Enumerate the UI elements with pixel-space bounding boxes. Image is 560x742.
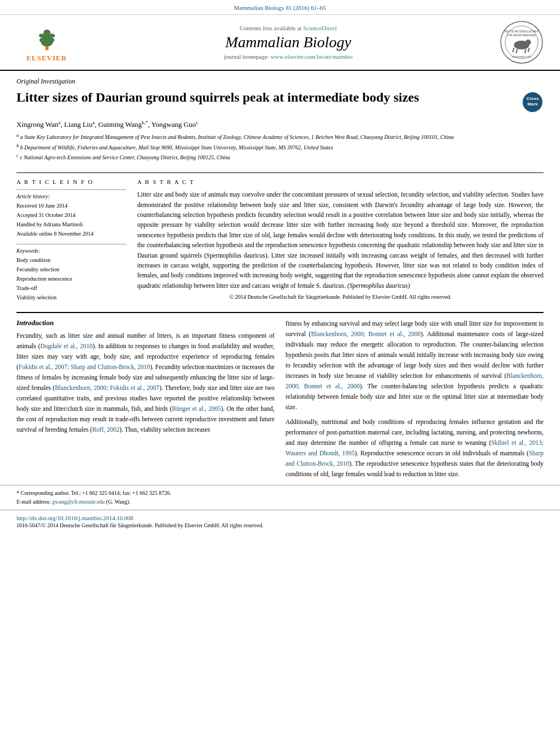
elsevier-brand-text: ELSEVIER <box>26 54 67 63</box>
keyword-4: Trade-off <box>16 283 126 293</box>
abstract-copyright: © 2014 Deutsche Gesellschaft für Säugeti… <box>137 294 544 300</box>
introduction-paragraph-1: Fecundity, such as litter size and annua… <box>16 331 275 435</box>
article-info-heading: A R T I C L E I N F O <box>16 178 126 185</box>
article-type-label: Original Investigation <box>16 77 544 86</box>
article-title: Litter sizes of Daurian ground squirrels… <box>16 89 419 106</box>
gesellschaft-logo-icon: DEUTSCHE GESELLSCHAFT FÜR SÄUGETIERKUNDE… <box>500 20 544 64</box>
abstract-heading: A B S T R A C T <box>137 178 544 185</box>
article-info-column: A R T I C L E I N F O Article history: R… <box>16 178 126 302</box>
svg-line-17 <box>528 48 529 52</box>
journal-title-area: Contents lists available at ScienceDirec… <box>82 25 494 60</box>
keywords-block: Keywords: Body condition Fecundity selec… <box>16 244 126 302</box>
bottom-bar: http://dx.doi.org/10.1016/j.mambio.2014.… <box>0 510 560 532</box>
introduction-heading: Introduction <box>16 319 275 327</box>
svg-line-15 <box>516 49 517 53</box>
affiliations-block: a a State Key Laboratory for Integrated … <box>16 132 544 161</box>
svg-line-14 <box>513 48 514 52</box>
article-history-block: Article history: Received 10 June 2014 A… <box>16 189 126 238</box>
journal-reference-bar: Mammalian Biology 81 (2016) 61–65 <box>0 0 560 15</box>
svg-point-4 <box>39 37 46 42</box>
doi-link[interactable]: http://dx.doi.org/10.1016/j.mambio.2014.… <box>16 515 544 521</box>
svg-text:DEUTSCHE GESELLSCHAFT: DEUTSCHE GESELLSCHAFT <box>505 30 539 33</box>
crossmark-icon[interactable]: Cross Mark <box>522 91 544 113</box>
sciencedirect-notice: Contents lists available at ScienceDirec… <box>82 25 494 31</box>
svg-point-5 <box>47 37 54 42</box>
svg-text:Mark: Mark <box>528 102 538 107</box>
svg-text:GEGRÜNDET 1914: GEGRÜNDET 1914 <box>512 55 531 58</box>
homepage-url-link[interactable]: www.elsevier.com/locate/mambio <box>271 53 353 60</box>
issn-text: 1616-5047/© 2014 Deutsche Gesellschaft f… <box>16 522 544 528</box>
svg-line-16 <box>525 49 526 53</box>
gesellschaft-logo-area: DEUTSCHE GESELLSCHAFT FÜR SÄUGETIERKUNDE… <box>494 20 549 64</box>
elsevier-tree-icon <box>32 23 62 53</box>
svg-point-7 <box>49 34 55 37</box>
article-header-section: Original Investigation Litter sizes of D… <box>0 71 560 167</box>
info-abstract-section: A R T I C L E I N F O Article history: R… <box>0 178 560 302</box>
history-dates: Received 10 June 2014 Accepted 31 Octobe… <box>16 201 126 238</box>
journal-name: Mammalian Biology <box>82 34 494 51</box>
section-divider-1 <box>16 172 544 173</box>
sciencedirect-link[interactable]: ScienceDirect <box>303 25 337 31</box>
keywords-label: Keywords: <box>16 248 126 254</box>
authors-line: Xingrong Wana, Liang Liua, Guiming Wangb… <box>16 120 544 129</box>
email-link[interactable]: gwang@cfr.msstate.edu <box>52 499 105 505</box>
abstract-column: A B S T R A C T Litter size and body siz… <box>137 178 544 302</box>
introduction-right-column: fitness by enhancing survival and may se… <box>285 319 544 479</box>
svg-point-6 <box>38 34 44 37</box>
introduction-section: Introduction Fecundity, such as litter s… <box>16 319 544 479</box>
journal-ref-text: Mammalian Biology 81 (2016) 61–65 <box>234 4 326 11</box>
affiliation-c: c c National Agro-tech Extensions and Se… <box>16 153 544 161</box>
crossmark-area: Cross Mark <box>522 89 544 115</box>
abstract-body: Litter size and body size of animals may… <box>137 189 544 291</box>
keywords-list: Body condition Fecundity selection Repro… <box>16 255 126 302</box>
journal-header: ELSEVIER Contents lists available at Sci… <box>0 15 560 71</box>
svg-text:Cross: Cross <box>527 96 539 101</box>
body-divider <box>16 312 544 313</box>
body-section: Introduction Fecundity, such as litter s… <box>0 302 560 479</box>
history-label: Article history: <box>16 193 126 199</box>
received-date: Received 10 June 2014 <box>16 201 126 210</box>
keyword-2: Fecundity selection <box>16 265 126 274</box>
handled-by: Handled by Adriana Martinoli <box>16 220 126 229</box>
accepted-date: Accepted 31 October 2014 <box>16 210 126 220</box>
title-crossmark-row: Litter sizes of Daurian ground squirrels… <box>16 89 544 115</box>
svg-text:FÜR SÄUGETIERKUNDE: FÜR SÄUGETIERKUNDE <box>507 34 536 37</box>
keyword-5: Viability selection <box>16 293 126 302</box>
email-note: E-mail address: gwang@cfr.msstate.edu (G… <box>16 498 544 506</box>
introduction-paragraph-3: Additionally, nutritional and body condi… <box>285 417 544 479</box>
affiliation-b: b b Department of Wildlife, Fisheries an… <box>16 143 544 152</box>
keyword-3: Reproduction senescence <box>16 274 126 283</box>
corresponding-author-note: * Corresponding author. Tel.: +1 662 325… <box>16 489 544 498</box>
footnote-section: * Corresponding author. Tel.: +1 662 325… <box>0 485 560 506</box>
elsevier-logo: ELSEVIER <box>26 23 67 63</box>
affiliation-a: a a State Key Laboratory for Integrated … <box>16 132 544 141</box>
keyword-1: Body condition <box>16 255 126 265</box>
introduction-left-column: Introduction Fecundity, such as litter s… <box>16 319 275 479</box>
svg-point-13 <box>525 40 531 45</box>
available-online: Available online 8 November 2014 <box>16 229 126 238</box>
introduction-paragraph-2: fitness by enhancing survival and may se… <box>285 319 544 412</box>
journal-homepage-line: journal homepage: www.elsevier.com/locat… <box>82 53 494 60</box>
elsevier-logo-area: ELSEVIER <box>11 23 82 63</box>
